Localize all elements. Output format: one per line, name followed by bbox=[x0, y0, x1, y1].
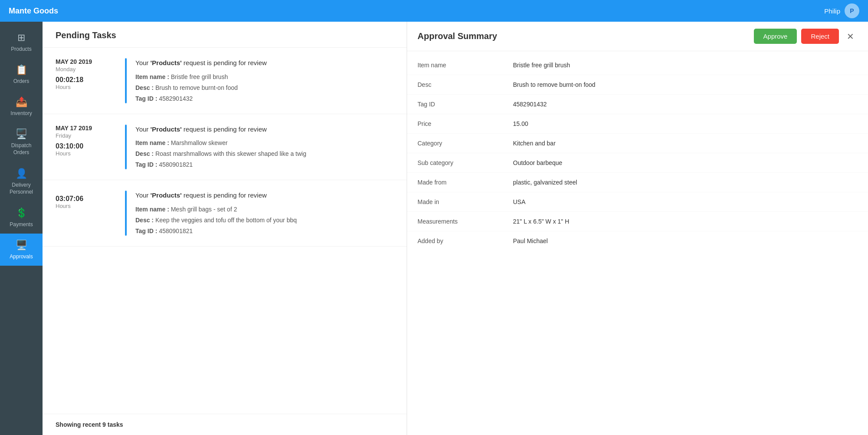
task-time: 00:02:18 bbox=[56, 76, 116, 84]
orders-icon: 📋 bbox=[16, 64, 27, 76]
task-content: Your 'Products' request is pending for r… bbox=[135, 125, 394, 170]
sidebar-label-approvals: Approvals bbox=[10, 254, 33, 260]
task-time-label: Hours bbox=[56, 203, 116, 209]
sidebar-item-approvals[interactable]: 🖥️ Approvals bbox=[0, 234, 43, 266]
approval-row: Made in USA bbox=[407, 192, 868, 212]
approval-field-value: USA bbox=[513, 198, 858, 205]
approval-field-label: Measurements bbox=[418, 218, 504, 225]
approval-field-value: Outdoor barbeque bbox=[513, 159, 858, 166]
topbar: Mante Goods Philip P bbox=[0, 0, 868, 22]
approval-body: Item name Bristle free grill brush Desc … bbox=[407, 51, 868, 435]
approval-field-value: 4582901432 bbox=[513, 101, 858, 108]
sidebar-label-inventory: Inventory bbox=[10, 110, 32, 116]
sidebar-item-delivery-personnel[interactable]: 👤 DeliveryPersonnel bbox=[0, 162, 43, 201]
approval-field-label: Price bbox=[418, 120, 504, 127]
approval-title: Approval Summary bbox=[418, 31, 497, 41]
task-title: Your 'Products' request is pending for r… bbox=[135, 58, 394, 68]
approval-row: Added by Paul Michael bbox=[407, 231, 868, 250]
task-tag: Tag ID : 4582901432 bbox=[135, 94, 394, 103]
task-date: MAY 20 2019 bbox=[56, 58, 116, 65]
task-item: 03:07:06 Hours Your 'Products' request i… bbox=[43, 180, 407, 247]
task-date-time: 03:07:06 Hours bbox=[56, 191, 116, 209]
payments-icon: 💲 bbox=[16, 208, 27, 219]
reject-button[interactable]: Reject bbox=[801, 29, 839, 44]
delivery-icon: 👤 bbox=[16, 168, 27, 179]
task-date-time: MAY 20 2019 Monday 00:02:18 Hours bbox=[56, 58, 116, 90]
sidebar-item-orders[interactable]: 📋 Orders bbox=[0, 58, 43, 90]
approval-row: Sub category Outdoor barbeque bbox=[407, 153, 868, 173]
task-divider bbox=[125, 58, 127, 103]
sidebar-item-products[interactable]: ⊞ Products bbox=[0, 26, 43, 58]
sidebar-item-payments[interactable]: 💲 Payments bbox=[0, 201, 43, 234]
task-item-name: Item name : Mesh grill bags - set of 2 bbox=[135, 205, 394, 214]
task-time-label: Hours bbox=[56, 84, 116, 90]
approval-field-value: Brush to remove burnt-on food bbox=[513, 81, 858, 88]
approval-field-label: Desc bbox=[418, 81, 504, 88]
inventory-icon: 📤 bbox=[16, 96, 27, 108]
grid-icon: ⊞ bbox=[17, 32, 25, 43]
approval-row: Tag ID 4582901432 bbox=[407, 95, 868, 114]
task-item: MAY 17 2019 Friday 03:10:00 Hours Your '… bbox=[43, 114, 407, 181]
pending-tasks-panel: Pending Tasks MAY 20 2019 Monday 00:02:1… bbox=[43, 22, 407, 435]
app-body: ⊞ Products 📋 Orders 📤 Inventory 🖥️ Dispa… bbox=[0, 22, 868, 435]
task-divider bbox=[125, 191, 127, 236]
dispatch-icon: 🖥️ bbox=[16, 129, 27, 140]
task-time: 03:07:06 bbox=[56, 195, 116, 203]
task-day: Monday bbox=[56, 66, 116, 72]
avatar: P bbox=[845, 3, 859, 18]
approval-field-label: Made in bbox=[418, 198, 504, 205]
approval-row: Price 15.00 bbox=[407, 114, 868, 134]
approve-button[interactable]: Approve bbox=[754, 29, 797, 44]
task-tag: Tag ID : 4580901821 bbox=[135, 227, 394, 236]
approval-row: Desc Brush to remove burnt-on food bbox=[407, 75, 868, 95]
approval-actions: Approve Reject ✕ bbox=[754, 29, 858, 44]
sidebar-label-delivery: DeliveryPersonnel bbox=[10, 182, 33, 195]
approval-field-value: Bristle free grill brush bbox=[513, 62, 858, 69]
approval-field-label: Category bbox=[418, 140, 504, 147]
sidebar-item-inventory[interactable]: 📤 Inventory bbox=[0, 90, 43, 122]
approval-field-label: Sub category bbox=[418, 159, 504, 166]
approval-field-value: 15.00 bbox=[513, 120, 858, 127]
app-brand: Mante Goods bbox=[9, 7, 58, 16]
tasks-list: MAY 20 2019 Monday 00:02:18 Hours Your '… bbox=[43, 48, 407, 414]
approval-panel: Approval Summary Approve Reject ✕ Item n… bbox=[407, 22, 868, 435]
approval-field-value: Paul Michael bbox=[513, 237, 858, 244]
approval-row: Made from plastic, galvanized steel bbox=[407, 173, 868, 192]
approval-field-label: Added by bbox=[418, 237, 504, 244]
sidebar-item-dispatch-orders[interactable]: 🖥️ DispatchOrders bbox=[0, 122, 43, 162]
task-date: MAY 17 2019 bbox=[56, 125, 116, 132]
task-item-name: Item name : Bristle free grill brush bbox=[135, 72, 394, 82]
task-desc: Desc : Roast marshmallows with this skew… bbox=[135, 149, 394, 158]
task-type: 'Products' bbox=[150, 59, 181, 66]
tasks-footer: Showing recent 9 tasks bbox=[43, 414, 407, 435]
sidebar-label-payments: Payments bbox=[10, 221, 33, 227]
approval-row: Item name Bristle free grill brush bbox=[407, 56, 868, 75]
approval-field-label: Item name bbox=[418, 62, 504, 69]
approval-field-label: Made from bbox=[418, 179, 504, 186]
close-button[interactable]: ✕ bbox=[843, 30, 858, 43]
task-divider bbox=[125, 125, 127, 170]
task-tag: Tag ID : 4580901821 bbox=[135, 160, 394, 169]
avatar-initials: P bbox=[850, 7, 854, 14]
task-type: 'Products' bbox=[150, 125, 181, 133]
approval-row: Measurements 21" L x 6.5" W x 1" H bbox=[407, 212, 868, 231]
sidebar-label-dispatch: DispatchOrders bbox=[11, 142, 32, 156]
user-info: Philip P bbox=[824, 3, 859, 18]
main-content: Pending Tasks MAY 20 2019 Monday 00:02:1… bbox=[43, 22, 868, 435]
task-desc: Desc : Keep the veggies and tofu off the… bbox=[135, 216, 394, 225]
approval-field-value: plastic, galvanized steel bbox=[513, 179, 858, 186]
user-name: Philip bbox=[824, 7, 840, 15]
task-content: Your 'Products' request is pending for r… bbox=[135, 58, 394, 103]
task-type: 'Products' bbox=[150, 191, 181, 199]
sidebar: ⊞ Products 📋 Orders 📤 Inventory 🖥️ Dispa… bbox=[0, 22, 43, 435]
task-day: Friday bbox=[56, 132, 116, 139]
approval-field-value: 21" L x 6.5" W x 1" H bbox=[513, 218, 858, 225]
task-content: Your 'Products' request is pending for r… bbox=[135, 191, 394, 236]
pending-tasks-header: Pending Tasks bbox=[43, 22, 407, 48]
approval-field-label: Tag ID bbox=[418, 101, 504, 108]
task-title: Your 'Products' request is pending for r… bbox=[135, 191, 394, 201]
approval-header: Approval Summary Approve Reject ✕ bbox=[407, 22, 868, 51]
sidebar-label-orders: Orders bbox=[13, 78, 30, 84]
task-desc: Desc : Brush to remove burnt-on food bbox=[135, 83, 394, 92]
task-title: Your 'Products' request is pending for r… bbox=[135, 125, 394, 135]
